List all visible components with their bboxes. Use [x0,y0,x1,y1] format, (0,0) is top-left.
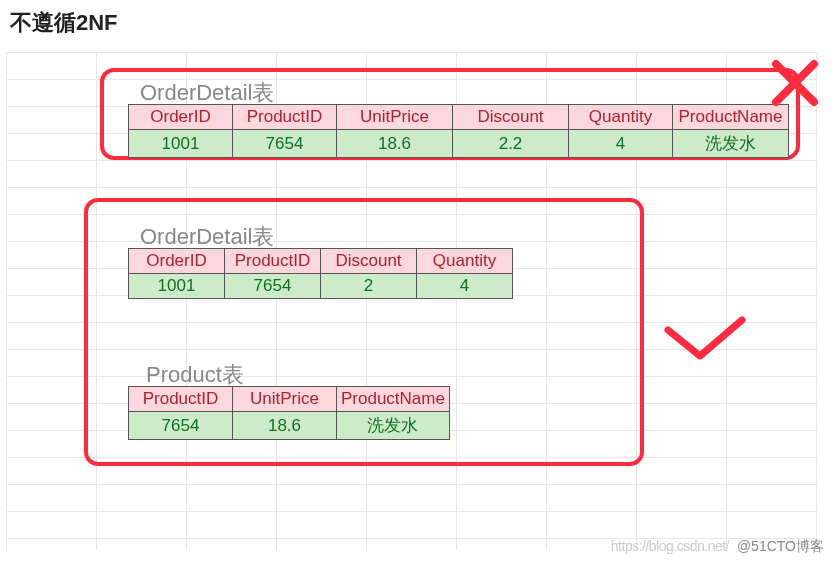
col-header: ProductID [129,387,233,412]
col-header: Discount [453,105,569,130]
table-good-orderdetail: OrderID ProductID Discount Quantity 1001… [128,248,513,299]
table-good-product: ProductID UnitPrice ProductName 7654 18.… [128,386,450,440]
col-header: ProductName [673,105,789,130]
cell: 洗发水 [337,412,450,440]
cell: 2.2 [453,130,569,158]
cell: 7654 [225,274,321,299]
col-header: Discount [321,249,417,274]
col-header: OrderID [129,249,225,274]
watermark-faint: https://blog.csdn.net/ [611,538,729,554]
cell: 1001 [129,274,225,299]
cell: 4 [569,130,673,158]
col-header: ProductName [337,387,450,412]
table-bad-orderdetail: OrderID ProductID UnitPrice Discount Qua… [128,104,789,158]
watermark: https://blog.csdn.net/ @51CTO博客 [611,538,824,556]
cell: 7654 [233,130,337,158]
cell: 18.6 [337,130,453,158]
cell: 7654 [129,412,233,440]
col-header: UnitPrice [337,105,453,130]
cell: 1001 [129,130,233,158]
col-header: OrderID [129,105,233,130]
watermark-main: @51CTO博客 [737,538,824,554]
cell: 18.6 [233,412,337,440]
cell: 2 [321,274,417,299]
col-header: ProductID [233,105,337,130]
col-header: ProductID [225,249,321,274]
cell: 4 [417,274,513,299]
col-header: UnitPrice [233,387,337,412]
col-header: Quantity [417,249,513,274]
page-title: 不遵循2NF [10,8,118,38]
cell: 洗发水 [673,130,789,158]
col-header: Quantity [569,105,673,130]
